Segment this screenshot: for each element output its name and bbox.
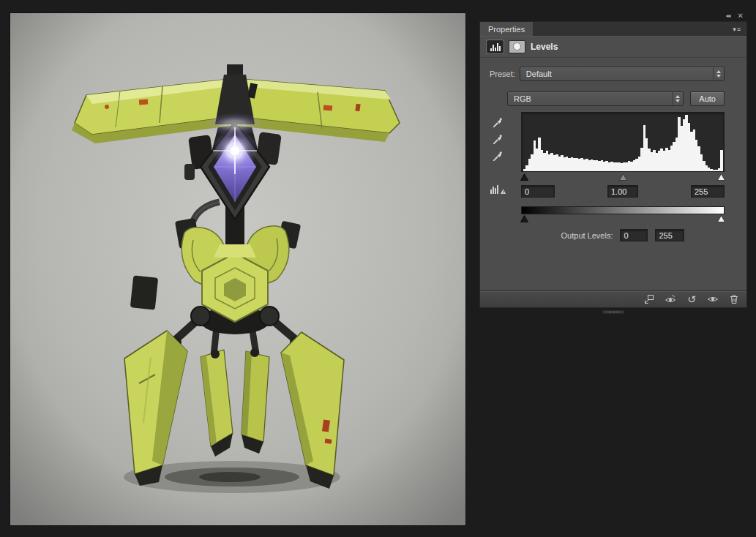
highlight-output-slider[interactable] [717,215,725,222]
clip-to-layer-button[interactable] [643,293,655,305]
histogram-box [521,112,725,172]
slider-triangle-icon [520,173,528,181]
reset-adjustment-button[interactable]: ↺ [686,293,697,305]
reset-icon: ↺ [687,294,696,304]
shadow-output-slider[interactable] [520,215,528,222]
input-levels-fields [521,185,725,198]
layer-mask-icon[interactable] [509,40,525,53]
auto-button[interactable]: Auto [690,91,725,106]
eyedropper-icon [492,151,503,162]
eyedropper-icon [492,117,503,128]
panel-header: Levels [480,36,746,58]
midtone-input-slider[interactable] [619,173,627,181]
white-point-eyedropper-button[interactable] [490,149,504,163]
eyedropper-column [490,112,521,241]
histogram-warning-icon [490,183,506,195]
eyedropper-icon [492,134,503,145]
panel-resize-grip[interactable] [602,310,624,314]
preset-value: Default [526,70,713,78]
clip-to-layer-icon [643,293,655,305]
levels-controls: Output Levels: [521,112,725,241]
view-previous-state-button[interactable] [665,293,676,305]
output-shadow-field[interactable] [620,229,648,241]
black-point-eyedropper-button[interactable] [490,115,504,129]
panel-menu-icon[interactable]: ▾≡ [727,22,746,36]
panel-footer: ↺ [480,290,746,307]
collapse-panels-icon[interactable]: ◂◂ [726,12,730,20]
delete-adjustment-button[interactable] [728,293,740,305]
levels-adjustment-icon [487,40,504,53]
highlight-input-field[interactable] [691,185,725,198]
robot-artwork [10,13,465,525]
uncached-histogram-refresh-button[interactable] [490,183,506,198]
dropdown-arrows-icon [672,92,683,105]
slider-triangle-icon [619,173,627,181]
shadow-input-slider[interactable] [520,173,528,181]
gray-point-eyedropper-button[interactable] [490,132,504,146]
trash-icon [728,293,740,305]
midtone-input-field[interactable] [607,185,638,198]
eye-icon [707,293,719,305]
preset-label: Preset: [490,70,515,78]
channel-row: RGB Auto [507,91,725,106]
shadow-input-field[interactable] [521,185,555,198]
output-slider-track [521,214,725,223]
dropdown-arrows-icon [713,67,724,80]
slider-triangle-icon [520,215,528,222]
document-canvas[interactable] [10,13,465,525]
tab-properties[interactable]: Properties [480,22,533,36]
input-slider-track [521,173,725,181]
preset-row: Preset: Default [490,67,725,81]
previous-state-eye-icon [665,293,676,305]
panel-tab-bar: Properties ▾≡ [479,21,747,36]
output-levels-row: Output Levels: [521,229,725,241]
histogram-bars [523,115,722,171]
dock-header: ◂◂ ✕ [479,10,747,21]
channel-value: RGB [514,94,672,103]
levels-panel: Levels Preset: Default RGB Auto [479,36,747,308]
panel-title: Levels [531,42,558,52]
output-gradient-bar [521,206,725,214]
highlight-input-slider[interactable] [717,173,725,181]
levels-main-area: Output Levels: [490,112,725,241]
output-levels-label: Output Levels: [561,231,613,240]
panel-content: Preset: Default RGB Auto [480,58,746,290]
toggle-visibility-button[interactable] [707,293,719,305]
tab-bar-filler [533,22,727,36]
output-highlight-field[interactable] [655,229,684,241]
slider-triangle-icon [717,173,725,181]
mask-circle [514,43,520,50]
properties-dock: ◂◂ ✕ Properties ▾≡ Levels Preset: Defaul… [479,10,747,314]
panel-spacer [490,241,725,272]
preset-dropdown[interactable]: Default [520,67,725,81]
close-panel-icon[interactable]: ✕ [738,12,744,20]
channel-dropdown[interactable]: RGB [507,91,684,106]
slider-triangle-icon [717,215,725,222]
